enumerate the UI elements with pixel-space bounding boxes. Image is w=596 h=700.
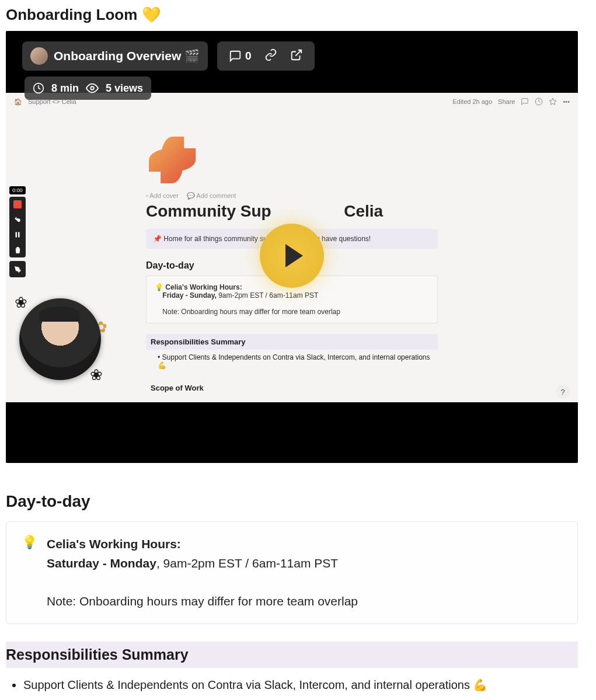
hours-days: Saturday - Monday [47, 556, 156, 570]
comment-small-icon [521, 97, 529, 106]
play-button[interactable] [260, 224, 324, 288]
copy-link-button[interactable] [264, 48, 277, 64]
svg-rect-5 [18, 232, 20, 238]
video-duration: 8 min [51, 82, 79, 95]
flower-decoration-icon: ❀ [90, 366, 103, 384]
responsibilities-section: Responsibilities Summary [6, 642, 578, 668]
star-icon [549, 97, 557, 106]
video-views: 5 views [106, 82, 143, 95]
eye-icon [86, 82, 99, 95]
comment-icon [229, 50, 242, 62]
loom-video-embed[interactable]: Onboarding Overview 🎬 0 8 min 5 views 🏠 … [6, 31, 578, 463]
page-logo [146, 134, 198, 186]
home-icon: 🏠 [14, 98, 22, 106]
bulb-icon: 💡 [22, 535, 37, 550]
help-button[interactable]: ? [556, 385, 570, 399]
responsibilities-item: Support Clients & Independents on Contra… [23, 676, 572, 694]
hours-label: Celia's Working Hours: [47, 537, 181, 551]
undo-button[interactable] [9, 212, 26, 227]
draw-button[interactable] [9, 261, 26, 277]
presenter-bubble[interactable]: ❀ ✿ ❀ [15, 294, 105, 384]
notion-resp-item: • Support Clients & Independents on Cont… [146, 350, 438, 370]
svg-rect-4 [16, 232, 18, 238]
link-icon [264, 48, 277, 61]
svg-marker-3 [550, 98, 557, 105]
presenter-avatar-small [30, 47, 48, 65]
daytoday-heading: Day-to-day [6, 492, 590, 511]
notion-scope-heading: Scope of Work [146, 380, 438, 396]
open-external-button[interactable] [290, 48, 303, 64]
recording-time: 0:00 [9, 186, 26, 194]
add-comment-action: 💬 Add comment [187, 192, 236, 200]
notion-resp-heading: Responsibilities Summary [146, 334, 438, 350]
pause-button[interactable] [9, 227, 26, 242]
page-title: Onboarding Loom 💛 [6, 6, 590, 24]
external-link-icon [290, 48, 303, 61]
video-actions-pill: 0 [217, 41, 315, 71]
video-title: Onboarding Overview 🎬 [54, 49, 200, 63]
comment-button[interactable]: 0 [229, 50, 252, 62]
hours-note: Note: Onboarding hours may differ for mo… [47, 594, 358, 608]
notion-page-title: Community SupxxxxxxxxCelia [146, 202, 438, 221]
flower-decoration-icon: ❀ [15, 294, 27, 312]
edited-label: Edited 2h ago [452, 98, 492, 105]
clock-icon [33, 82, 44, 94]
hours-times: , 9am-2pm EST / 6am-11am PST [156, 556, 338, 570]
comment-count: 0 [245, 50, 252, 62]
add-cover-action: ▫ Add cover [146, 192, 179, 200]
video-meta-pill: 8 min 5 views [25, 76, 151, 100]
video-title-pill[interactable]: Onboarding Overview 🎬 [22, 41, 208, 71]
more-icon: ••• [563, 98, 570, 105]
stop-record-button[interactable] [9, 197, 26, 212]
svg-point-1 [90, 86, 94, 90]
clock-small-icon [535, 97, 543, 106]
recording-toolbar: 0:00 [9, 186, 26, 277]
delete-button[interactable] [9, 242, 26, 257]
responsibilities-list: Support Clients & Independents on Contra… [23, 676, 572, 694]
working-hours-callout: 💡 Celia's Working Hours: Saturday - Mond… [6, 521, 578, 624]
share-label: Share [498, 98, 515, 105]
responsibilities-heading: Responsibilities Summary [6, 646, 578, 663]
